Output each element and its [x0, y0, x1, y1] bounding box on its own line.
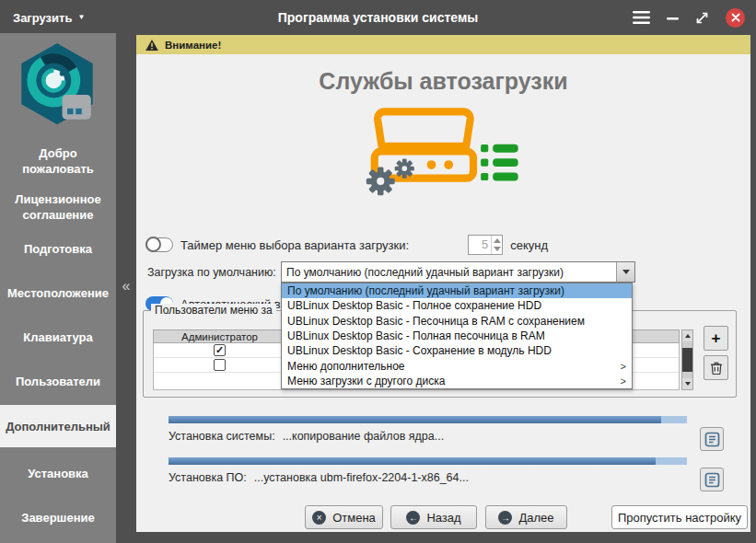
cancel-label: Отмена	[332, 511, 376, 525]
chevron-down-icon	[622, 270, 630, 274]
sidebar-collapse-button[interactable]: «	[116, 272, 136, 300]
timer-row: Таймер меню выбора варианта загрузки: 5 …	[145, 234, 548, 256]
titlebar: Загрузить ▼ Программа установки системы	[0, 0, 756, 35]
boot-label: Загрузка по умолчанию:	[147, 266, 276, 279]
load-menu-button[interactable]: Загрузить ▼	[0, 0, 98, 35]
sidebar-item-license[interactable]: Лицензионное соглашение	[0, 191, 116, 223]
delete-user-button[interactable]	[704, 355, 728, 380]
warning-bar: Внимание!	[136, 35, 750, 54]
option-label: UBLinux Desktop Basic - Полная песочница…	[287, 329, 545, 343]
cancel-circle-icon: ×	[312, 511, 326, 525]
sidebar-item-location[interactable]: Местоположение	[0, 285, 116, 301]
boot-options-dropdown: По умолчанию (последний удачный вариант …	[281, 283, 633, 389]
app-logo	[15, 42, 99, 130]
software-install-log-button[interactable]	[700, 468, 724, 491]
groupbox-legend: Пользователи меню за	[151, 304, 276, 317]
sidebar: Добро пожаловать Лицензионное соглашение…	[0, 33, 116, 543]
scroll-up-icon[interactable]	[682, 330, 692, 341]
scrollbar-thumb[interactable]	[682, 348, 692, 372]
admin-checkbox-unchecked[interactable]	[214, 359, 226, 371]
sidebar-item-installation[interactable]: Установка	[0, 466, 116, 481]
boot-combobox[interactable]: По умолчанию (последний удачный вариант …	[281, 261, 635, 283]
cancel-button[interactable]: × Отмена	[305, 505, 383, 529]
timer-label: Таймер меню выбора варианта загрузки:	[180, 238, 409, 252]
warning-icon	[145, 40, 158, 51]
combobox-arrow-button[interactable]	[616, 262, 634, 282]
system-install-label: Установка системы:	[169, 430, 275, 443]
option-label: По умолчанию (последний удачный вариант …	[287, 283, 564, 298]
spinner-arrows	[491, 236, 502, 254]
timer-toggle[interactable]	[145, 237, 173, 252]
log-icon	[704, 472, 720, 488]
dropdown-option[interactable]: UBLinux Desktop Basic - Полное сохранени…	[282, 298, 632, 313]
skip-setup-button[interactable]: Пропустить настройку	[611, 505, 748, 529]
software-install-progressbar	[169, 457, 687, 465]
spinner-up-icon[interactable]	[494, 238, 501, 243]
close-icon[interactable]	[726, 8, 745, 28]
log-icon	[704, 432, 720, 447]
toggle-knob	[145, 237, 161, 252]
timer-spinner[interactable]: 5	[468, 235, 503, 255]
admin-cell: ✓	[154, 343, 286, 357]
dropdown-option[interactable]: UBLinux Desktop Basic - Песочница в RAM …	[282, 314, 632, 329]
scrollbar-track[interactable]	[682, 341, 692, 378]
option-label: UBLinux Desktop Basic - Песочница в RAM …	[287, 314, 585, 329]
warning-text: Внимание!	[165, 40, 221, 51]
system-install-log-button[interactable]	[700, 427, 724, 451]
option-label: Меню дополнительное	[287, 359, 405, 374]
installer-window: Загрузить ▼ Программа установки системы	[0, 0, 756, 543]
timer-value: 5	[469, 236, 491, 254]
software-install-status-row: Установка ПО: ...установка ubm-firefox-2…	[169, 470, 469, 485]
boot-selected-value: По умолчанию (последний удачный вариант …	[282, 266, 616, 279]
software-install-status: ...установка ubm-firefox-2204-1-x86_64..…	[254, 471, 469, 484]
minimize-icon[interactable]	[667, 12, 679, 24]
spinner-down-icon[interactable]	[494, 247, 501, 251]
users-table-header-admin: Администратор	[153, 329, 286, 343]
load-menu-label: Загрузить	[13, 11, 72, 25]
back-button[interactable]: ← Назад	[390, 505, 477, 529]
progress-fill	[169, 457, 656, 465]
dropdown-option-submenu[interactable]: Меню дополнительное >	[282, 358, 632, 373]
autostart-services-icon	[136, 99, 750, 202]
admin-cell	[154, 358, 286, 372]
plus-icon: +	[712, 330, 721, 346]
next-button[interactable]: → Далее	[485, 505, 567, 529]
dropdown-option-submenu[interactable]: Меню загрузки с другого диска >	[282, 374, 632, 388]
option-label: UBLinux Desktop Basic - Сохранение в мод…	[287, 343, 552, 358]
sidebar-item-preparation[interactable]: Подготовка	[0, 241, 116, 257]
trash-icon	[710, 361, 723, 375]
system-install-progressbar	[169, 416, 687, 423]
option-label: UBLinux Desktop Basic - Полное сохранени…	[287, 298, 541, 313]
boot-row: Загрузка по умолчанию:	[147, 261, 276, 283]
admin-checkbox-checked[interactable]: ✓	[214, 344, 226, 356]
option-label: Меню загрузки с другого диска	[287, 374, 445, 388]
skip-label: Пропустить настройку	[618, 511, 741, 525]
back-label: Назад	[426, 511, 460, 525]
sidebar-item-additional[interactable]: Дополнительный	[0, 405, 116, 447]
submenu-chevron-icon: >	[621, 359, 626, 374]
sidebar-item-welcome[interactable]: Добро пожаловать	[0, 145, 116, 177]
add-user-button[interactable]: +	[704, 326, 728, 351]
chevron-down-icon: ▼	[77, 14, 85, 21]
dropdown-option[interactable]: По умолчанию (последний удачный вариант …	[282, 283, 632, 298]
timer-unit: секунд	[510, 238, 548, 252]
system-install-status-row: Установка системы: ...копирование файлов…	[169, 429, 444, 444]
software-install-label: Установка ПО:	[169, 471, 247, 484]
scroll-down-icon[interactable]	[682, 378, 692, 389]
sidebar-item-users[interactable]: Пользователи	[0, 374, 116, 389]
hamburger-menu-icon[interactable]	[633, 11, 650, 24]
window-controls	[633, 8, 756, 28]
progress-fill	[169, 416, 661, 423]
back-circle-icon: ←	[406, 511, 420, 525]
sidebar-item-keyboard[interactable]: Клавиатура	[0, 329, 116, 345]
next-circle-icon: →	[498, 511, 512, 525]
maximize-icon[interactable]	[695, 11, 709, 25]
content-area: Внимание! Службы автозагрузки	[136, 35, 750, 532]
system-install-status: ...копирование файлов ядра...	[283, 430, 445, 443]
page-title: Службы автозагрузки	[136, 68, 750, 95]
dropdown-option[interactable]: UBLinux Desktop Basic - Сохранение в мод…	[282, 343, 632, 358]
next-label: Далее	[518, 511, 553, 525]
sidebar-item-finish[interactable]: Завершение	[0, 510, 116, 526]
dropdown-option[interactable]: UBLinux Desktop Basic - Полная песочница…	[282, 329, 632, 343]
users-table-scrollbar[interactable]	[681, 329, 693, 390]
